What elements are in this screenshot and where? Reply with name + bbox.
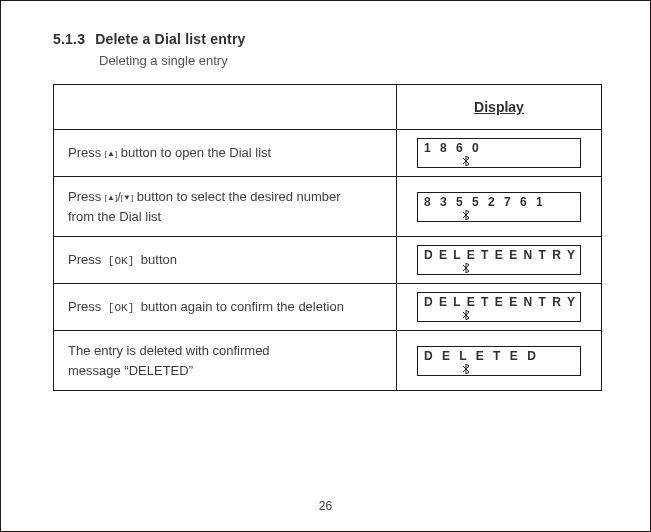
bluetooth-icon — [462, 364, 470, 374]
instruction-table: Display Press [▲] button to open the Dia… — [53, 84, 602, 391]
display-text: D E L E T E E N T R Y — [424, 248, 576, 262]
section-heading: 5.1.3 Delete a Dial list entry — [53, 31, 626, 47]
display-screen: 8 3 5 5 2 7 6 1 — [417, 192, 581, 222]
section-title: Delete a Dial list entry — [95, 31, 245, 47]
display-screen: D E L E T E E N T R Y — [417, 292, 581, 322]
header-empty-cell — [54, 85, 396, 129]
step-text: Press [▲] button to open the Dial list — [54, 130, 396, 176]
ok-key: [OK] — [101, 255, 141, 267]
display-cell: D E L E T E D — [396, 331, 601, 390]
display-text: 8 3 5 5 2 7 6 1 — [424, 195, 576, 209]
table-header-row: Display — [54, 85, 601, 129]
up-icon: [▲] — [105, 192, 117, 204]
down-icon: [▼] — [121, 192, 133, 204]
section-number: 5.1.3 — [53, 31, 85, 47]
step-text: Press [OK] button — [54, 237, 396, 283]
section-subtitle: Deleting a single entry — [99, 53, 626, 68]
table-row: Press [▲] button to open the Dial list 1… — [54, 129, 601, 176]
step-text: Press [OK] button again to confirm the d… — [54, 284, 396, 330]
ok-key: [OK] — [101, 302, 141, 314]
up-icon: [▲] — [105, 148, 117, 160]
display-text: D E L E T E D — [424, 349, 576, 363]
display-screen: D E L E T E D — [417, 346, 581, 376]
header-display-cell: Display — [396, 85, 601, 129]
page-number: 26 — [1, 499, 650, 513]
bluetooth-icon — [462, 156, 470, 166]
table-row: Press [OK] button again to confirm the d… — [54, 283, 601, 330]
step-text: Press [▲]/[▼] button to select the desir… — [54, 177, 396, 236]
display-screen: 1 8 6 0 — [417, 138, 581, 168]
step-text: The entry is deleted with confirmed mess… — [54, 331, 396, 390]
table-row: The entry is deleted with confirmed mess… — [54, 330, 601, 390]
display-text: 1 8 6 0 — [424, 141, 576, 155]
display-cell: D E L E T E E N T R Y — [396, 237, 601, 283]
display-screen: D E L E T E E N T R Y — [417, 245, 581, 275]
display-cell: 8 3 5 5 2 7 6 1 — [396, 177, 601, 236]
bluetooth-icon — [462, 310, 470, 320]
bluetooth-icon — [462, 210, 470, 220]
display-cell: D E L E T E E N T R Y — [396, 284, 601, 330]
bluetooth-icon — [462, 263, 470, 273]
table-row: Press [▲]/[▼] button to select the desir… — [54, 176, 601, 236]
display-cell: 1 8 6 0 — [396, 130, 601, 176]
document-page: 5.1.3 Delete a Dial list entry Deleting … — [0, 0, 651, 532]
display-text: D E L E T E E N T R Y — [424, 295, 576, 309]
table-row: Press [OK] button D E L E T E E N T R Y — [54, 236, 601, 283]
